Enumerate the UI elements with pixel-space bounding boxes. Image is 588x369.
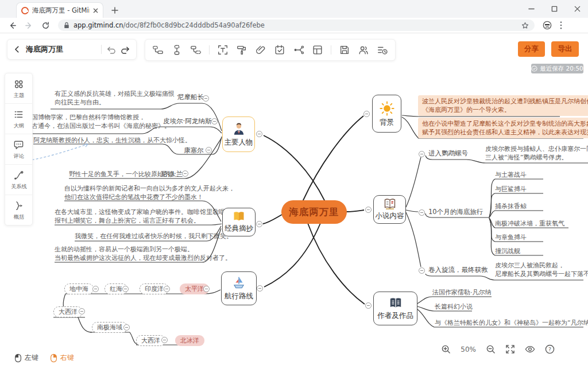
topic-plot[interactable]: 小说内容 — [373, 195, 406, 224]
collapse-button[interactable] — [122, 286, 129, 292]
author-item[interactable]: 长篇科幻小说 — [435, 302, 473, 311]
character-node[interactable]: 康塞尔 — [184, 146, 204, 155]
plot-note[interactable]: 皮埃尔教授与捕鲸人、忠仆康塞尔一同追踪神秘 三人被“海怪”鹦鹉螺号俘虏。 — [485, 145, 588, 162]
zoom-out-icon[interactable] — [486, 344, 496, 354]
collapse-button[interactable] — [203, 286, 210, 292]
zoom-in-icon[interactable] — [441, 344, 451, 354]
zoom-controls: 50% ? — [441, 344, 555, 354]
character-node[interactable]: 尼德·兰 — [161, 170, 183, 178]
right-mouse-hint: 右键 — [50, 353, 74, 363]
sidebar-item-theme[interactable]: 主题 — [5, 73, 32, 103]
sidebar-item-summary[interactable]: 概括 — [5, 195, 32, 225]
character-note[interactable]: 有正义感的反抗英雄，对殖民主义极端痛恨， 向往民主与自由。 — [55, 90, 181, 107]
plot-note[interactable]: 皮埃尔三人被渔民救起， 尼摩船长及其鹦鹉螺号一起下落不明。 — [495, 261, 588, 278]
plot-node[interactable]: 10个月的海底旅行 — [428, 208, 483, 216]
plot-node[interactable]: 卷入旋流，最终获救 — [428, 266, 488, 274]
businessman-icon — [231, 122, 246, 137]
topic-main-characters[interactable]: 主要人物 — [222, 116, 255, 152]
sidebar-item-outline[interactable]: 大纲 — [5, 103, 32, 134]
route-stop[interactable]: 南极海域 — [92, 322, 127, 333]
plot-event[interactable]: 与巨鲨搏斗 — [495, 185, 527, 193]
help-icon[interactable]: ? — [545, 344, 555, 354]
route-stop[interactable]: 地中海 — [64, 283, 94, 294]
topic-route[interactable]: 航行路线 — [221, 271, 257, 305]
excerpt-note[interactable]: 在各大城市里，这怪物变成了家喻户晓的事件。咖啡馆里歌唱它， 报刊上嘲笑它，舞台上… — [55, 208, 238, 225]
left-mouse-icon — [14, 354, 22, 363]
right-mouse-icon — [50, 354, 57, 363]
excerpt-note[interactable]: 生就的动摇性，容易从一个极端跑到另一个极端。 当初最热诚拥护这次远征的人，现在却… — [55, 245, 231, 262]
excerpt-note[interactable]: 我微笑，在任何我难过或者快乐的时候，我只剩下微笑。 — [75, 232, 233, 240]
novel-book-icon — [383, 198, 397, 210]
excerpt-note[interactable]: 自以为懂科学的新闻记者和一向自以为多才的文人开起火来， 他们在这次值得纪念的笔战… — [64, 184, 235, 201]
plot-node[interactable]: 进入鹦鹉螺号 — [428, 149, 468, 158]
collapse-button[interactable] — [419, 209, 425, 216]
collapse-button[interactable] — [164, 286, 170, 292]
left-mouse-hint: 左键 — [14, 353, 38, 363]
summary-brace-icon — [13, 200, 24, 211]
character-node[interactable]: 尼摩船长 — [177, 93, 204, 102]
central-topic-node[interactable]: 海底两万里 — [281, 200, 347, 224]
gitmind-app-window: 海底两万里 - GitMind — [0, 0, 588, 369]
sidebar-item-comments[interactable]: 评论 — [5, 134, 32, 164]
plot-event[interactable]: 撞沉战舰 — [495, 247, 520, 255]
collapse-button[interactable] — [256, 131, 262, 137]
canvas-sidebar: 主题 大纲 评论 关系线 概括 — [5, 73, 33, 226]
background-note[interactable]: 他在小说中塑造了尼摩船长这个反对沙皇专制统治的高大形象， 赋予其强烈的社会责任感… — [418, 118, 588, 138]
plot-event[interactable]: 捕杀抹香鲸 — [495, 202, 527, 211]
presentation-eye-icon[interactable] — [525, 345, 535, 354]
sidebar-item-relation-line[interactable]: 关系线 — [5, 164, 32, 195]
author-item[interactable]: 与《格兰特船长的儿女》和《神秘岛》一起称为“凡尔纳三部曲” — [435, 318, 588, 327]
dark-book-icon — [388, 297, 403, 310]
character-node[interactable]: 皮埃尔·阿龙纳斯 — [163, 117, 211, 126]
plot-event[interactable]: 与章鱼搏斗 — [495, 233, 527, 242]
comment-icon — [13, 139, 24, 150]
author-item[interactable]: 法国作家儒勒·凡尔纳 — [432, 288, 492, 297]
svg-text:?: ? — [548, 346, 551, 352]
open-book-icon — [232, 211, 246, 223]
background-note[interactable]: 波兰人民反对沙皇独裁统治的起义遭到残酷镇压是凡尔纳创作 《海底两万里》的一个导火… — [418, 95, 588, 116]
collapse-button[interactable] — [365, 207, 372, 213]
sailboat-icon — [231, 275, 246, 290]
relation-curve-icon — [13, 170, 24, 181]
character-note[interactable]: 阿龙纳斯教授的仆人，忠实，生性沉稳，从不大惊小怪。 — [33, 136, 191, 145]
collapse-button[interactable] — [203, 95, 209, 102]
collapse-button[interactable] — [256, 221, 262, 227]
topic-author[interactable]: 作者及作品 — [373, 292, 417, 325]
collapse-button[interactable] — [123, 324, 130, 331]
collapse-button[interactable] — [161, 337, 168, 343]
plot-event[interactable]: 南极冲破冰墙，重获氧气 — [495, 219, 564, 228]
character-note[interactable]: 法国博物学家，巴黎自然科学博物馆教授， 博古通今，在法国出版过一本书叫《海底的秘… — [25, 113, 171, 130]
zoom-level[interactable]: 50% — [461, 345, 476, 354]
fit-screen-icon[interactable] — [505, 344, 515, 354]
topic-background[interactable]: 背景 — [372, 95, 401, 133]
plot-event[interactable]: 与土著战斗 — [495, 170, 527, 179]
collapse-button[interactable] — [419, 151, 425, 157]
sun-icon — [379, 100, 395, 116]
outline-icon — [13, 109, 24, 120]
collapse-button[interactable] — [79, 308, 85, 314]
collapse-button[interactable] — [211, 118, 218, 125]
collapse-button[interactable] — [206, 147, 212, 153]
collapse-button[interactable] — [182, 170, 188, 177]
collapse-button[interactable] — [419, 267, 425, 274]
theme-icon — [13, 79, 24, 90]
route-stop[interactable]: 北冰洋 — [175, 335, 204, 346]
topic-excerpts[interactable]: 经典摘抄 — [222, 208, 256, 236]
collapse-button[interactable] — [365, 302, 372, 309]
collapse-button[interactable] — [92, 286, 99, 292]
collapse-button[interactable] — [257, 285, 263, 292]
collapse-button[interactable] — [363, 111, 370, 117]
